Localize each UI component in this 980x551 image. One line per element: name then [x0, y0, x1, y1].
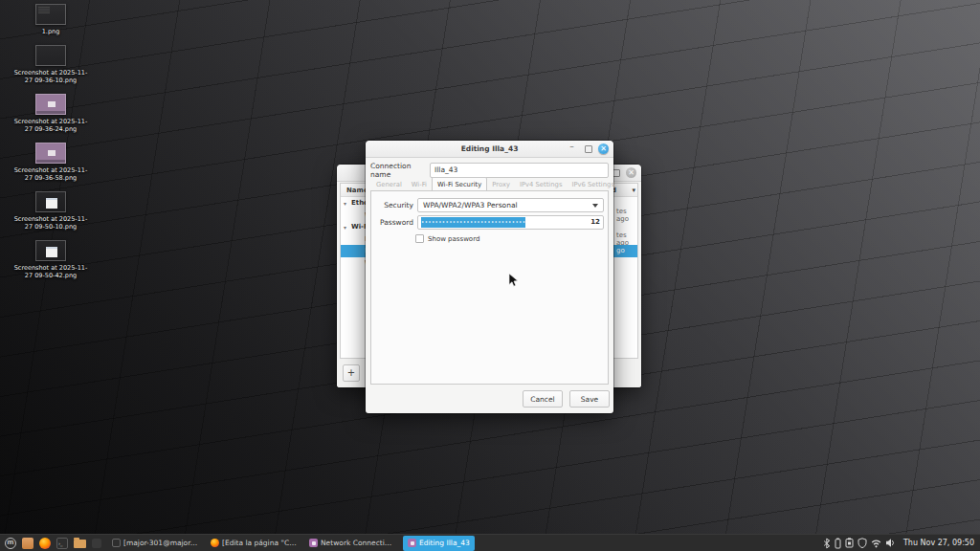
connection-name-label: Connection name: [370, 162, 430, 179]
taskbar-window-label: Editing Illa_43: [419, 539, 470, 547]
package-icon[interactable]: [845, 538, 854, 548]
terminal-icon[interactable]: ›_: [56, 538, 68, 549]
system-tray: [823, 538, 896, 549]
expander-triangle-icon[interactable]: ▾: [344, 224, 351, 231]
desktop-icon-label: 1.png: [42, 28, 60, 35]
tab-ipv6-settings[interactable]: IPv6 Settings: [567, 178, 619, 190]
dialog-buttons: Cancel Save: [523, 390, 610, 408]
desktop-icons: 1.pngScreenshot at 2025-11-27 09-36-10.p…: [11, 4, 90, 289]
file-thumbnail-icon: [35, 94, 66, 115]
clock[interactable]: Thu Nov 27, 09:50: [903, 539, 974, 547]
firefox-icon[interactable]: [39, 538, 51, 549]
taskbar-window-button[interactable]: [Edita la página "Co...: [206, 536, 301, 551]
desktop-icon[interactable]: Screenshot at 2025-11-27 09-36-24.png: [11, 94, 90, 133]
network-icon: [408, 539, 416, 547]
security-dropdown-value: WPA/WPA2/WPA3 Personal: [423, 201, 518, 209]
faded-app-icon[interactable]: [92, 539, 101, 548]
maximize-icon[interactable]: [612, 169, 620, 177]
show-password-checkbox[interactable]: [415, 234, 424, 243]
show-password-row: Show password: [415, 234, 479, 243]
dialog-tabs: GeneralWi-FiWi-Fi SecurityProxyIPv4 Sett…: [371, 178, 608, 190]
desktop-icon-label: Screenshot at 2025-11-27 09-36-24.png: [13, 118, 88, 133]
firefox-icon: [211, 539, 219, 547]
taskbar-window-label: Network Connections: [321, 539, 395, 547]
taskbar-window-button[interactable]: [major-301@major-...: [107, 536, 203, 551]
expander-triangle-icon[interactable]: ▾: [344, 200, 351, 207]
volume-icon[interactable]: [885, 538, 896, 548]
security-row: Security WPA/WPA2/WPA3 Personal: [371, 198, 608, 212]
chevron-down-icon: [592, 204, 598, 208]
file-thumbnail-icon: [35, 4, 66, 25]
tab-general[interactable]: General: [371, 178, 407, 190]
connection-name-input[interactable]: [430, 163, 609, 178]
network-icon: [309, 539, 318, 547]
wifi-security-panel: Security WPA/WPA2/WPA3 Personal Password…: [370, 190, 609, 385]
tab-wi-fi[interactable]: Wi-Fi: [407, 178, 432, 190]
key-icon[interactable]: 12: [590, 218, 600, 226]
save-button[interactable]: Save: [569, 390, 610, 408]
show-password-label: Show password: [428, 235, 479, 243]
dialog-titlebar[interactable]: Editing Illa_43 – ✕: [366, 141, 613, 158]
add-connection-button[interactable]: +: [343, 364, 360, 382]
file-thumbnail-icon: [35, 240, 66, 261]
bluetooth-icon[interactable]: [823, 538, 831, 549]
shield-icon[interactable]: [858, 538, 867, 548]
desktop-icon[interactable]: Screenshot at 2025-11-27 09-36-10.png: [11, 45, 90, 84]
security-label: Security: [371, 201, 413, 209]
desktop-icon-label: Screenshot at 2025-11-27 09-36-10.png: [13, 69, 88, 84]
desktop-icon-label: Screenshot at 2025-11-27 09-50-10.png: [13, 215, 88, 231]
window-list: [major-301@major-...[Edita la página "Co…: [104, 536, 475, 551]
wifi-icon[interactable]: [871, 539, 881, 548]
taskbar-window-button[interactable]: Editing Illa_43: [403, 536, 475, 551]
tab-ipv4-settings[interactable]: IPv4 Settings: [515, 178, 568, 190]
editing-dialog: Editing Illa_43 – ✕ Connection name Gene…: [366, 141, 613, 413]
cancel-button[interactable]: Cancel: [523, 390, 563, 408]
password-row: Password •••••••••••••••••••••••••••••• …: [371, 215, 608, 230]
minimize-icon[interactable]: –: [567, 142, 577, 152]
password-input[interactable]: •••••••••••••••••••••••••••••• 12: [417, 215, 604, 230]
close-icon[interactable]: ✕: [598, 143, 609, 154]
desktop-icon[interactable]: Screenshot at 2025-11-27 09-50-42.png: [11, 240, 90, 279]
security-dropdown[interactable]: WPA/WPA2/WPA3 Personal: [417, 198, 604, 212]
desktop-icon[interactable]: 1.png: [11, 4, 90, 35]
terminal-icon: [112, 539, 121, 547]
desktop-icon-label: Screenshot at 2025-11-27 09-36-58.png: [13, 166, 88, 182]
mint-menu-icon[interactable]: m: [5, 538, 16, 549]
orange-app-icon[interactable]: [22, 538, 33, 549]
mouse-cursor: [508, 274, 519, 292]
files-icon[interactable]: [74, 540, 86, 548]
battery-icon[interactable]: [835, 538, 841, 549]
close-icon[interactable]: ✕: [626, 167, 636, 178]
file-thumbnail-icon: [35, 45, 66, 66]
password-label: Password: [371, 218, 413, 227]
tab-wi-fi-security[interactable]: Wi-Fi Security: [432, 177, 487, 190]
connection-row-last-used: go: [616, 247, 625, 254]
connection-name-row: Connection name: [370, 162, 609, 178]
password-masked-text: ••••••••••••••••••••••••••••••: [421, 217, 525, 228]
taskbar-window-button[interactable]: Network Connections: [304, 536, 400, 551]
file-thumbnail-icon: [35, 143, 66, 164]
desktop-icon[interactable]: Screenshot at 2025-11-27 09-50-10.png: [11, 191, 90, 231]
desktop: { "desktop": { "icons": [ { "label": "1.…: [0, 0, 980, 551]
file-thumbnail-icon: [35, 191, 66, 212]
taskbar-window-label: [major-301@major-...: [123, 539, 198, 547]
desktop-icon[interactable]: Screenshot at 2025-11-27 09-36-58.png: [11, 143, 90, 182]
taskbar: m ›_ [major-301@major-...[Edita la págin…: [0, 534, 980, 551]
maximize-icon[interactable]: [585, 145, 592, 153]
taskbar-window-label: [Edita la página "Co...: [222, 539, 297, 547]
tab-proxy[interactable]: Proxy: [487, 178, 515, 190]
desktop-icon-label: Screenshot at 2025-11-27 09-50-42.png: [13, 264, 88, 279]
sort-arrow-icon: ▾: [632, 187, 635, 196]
